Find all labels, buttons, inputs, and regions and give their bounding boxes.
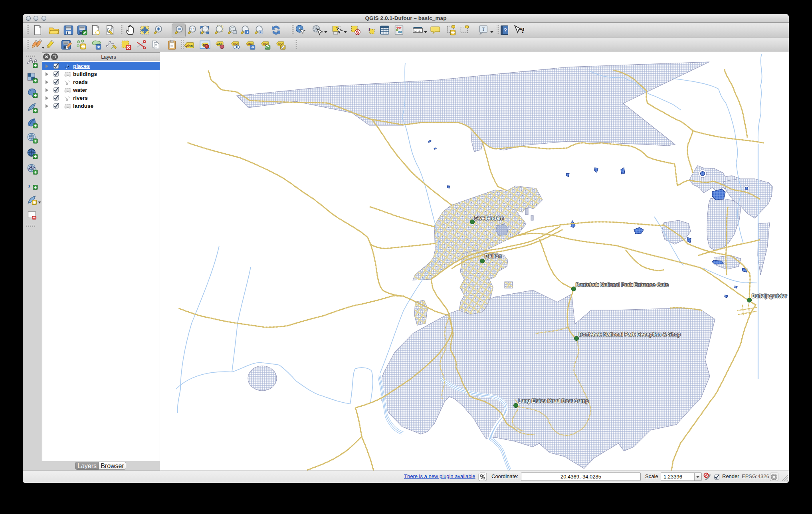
svg-text:WMS: WMS <box>29 136 34 138</box>
svg-text:T: T <box>482 26 485 32</box>
svg-text:1:1: 1:1 <box>190 28 195 31</box>
svg-text:Bontebok National Park Entranc: Bontebok National Park Entrance Gate <box>576 282 669 288</box>
svg-text:Lang Elsies Kraal Rest Camp: Lang Elsies Kraal Rest Camp <box>518 398 588 404</box>
svg-text:abc: abc <box>186 43 192 48</box>
svg-text:Bontebok National Park Recepti: Bontebok National Park Reception & Shop <box>579 331 680 337</box>
svg-text:Buffeljagsrivier: Buffeljagsrivier <box>752 293 787 299</box>
svg-text:i: i <box>299 26 301 32</box>
svg-text:,: , <box>28 178 30 188</box>
svg-text:?: ? <box>503 27 507 34</box>
svg-text:Railton: Railton <box>485 253 501 259</box>
svg-text:?: ? <box>521 26 524 35</box>
svg-text:Swellendam: Swellendam <box>474 215 504 221</box>
